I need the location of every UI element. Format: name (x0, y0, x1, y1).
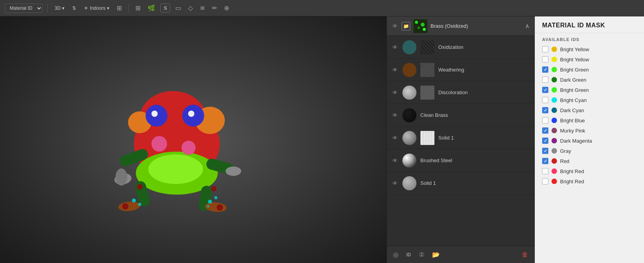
lighting-button[interactable]: ☀ Indoors ▾ (82, 4, 112, 13)
mask-color-dot-12 (551, 168, 557, 174)
mask-item-10[interactable]: Gray (539, 146, 640, 156)
svg-point-22 (208, 200, 212, 204)
mat-item-brushed-steel[interactable]: 👁 Brushed Steel (387, 149, 534, 172)
folder-icon[interactable]: 📁 (402, 22, 410, 30)
mat-item-weathering[interactable]: 👁 Weathering (387, 59, 534, 81)
mask-checkbox-4[interactable] (542, 87, 548, 93)
clean-brass-name: Clean Brass (420, 112, 530, 118)
shader-s-icon[interactable]: S (160, 4, 170, 13)
mask-color-dot-10 (551, 148, 557, 154)
mask-checkbox-1[interactable] (542, 56, 548, 63)
mask-checkbox-6[interactable] (542, 107, 548, 113)
mat-item-clean-brass[interactable]: 👁 Clean Brass (387, 104, 534, 127)
mask-item-9[interactable]: Dark Magenta (539, 136, 640, 146)
mask-checkbox-10[interactable] (542, 148, 548, 154)
rect-icon[interactable]: ▭ (173, 4, 183, 13)
discoloration-swatch (402, 86, 416, 100)
mask-checkbox-9[interactable] (542, 138, 548, 144)
solid1-swatch (402, 131, 416, 145)
mask-item-label-7: Bright Blue (560, 118, 585, 123)
mat-item-discoloration[interactable]: 👁 Discoloration (387, 81, 534, 104)
mask-color-dot-1 (551, 57, 557, 62)
mask-item-2[interactable]: Bright Green (539, 64, 640, 75)
mask-checkbox-0[interactable] (542, 46, 548, 52)
mat-footer-num-btn[interactable]: ② (417, 249, 426, 260)
brushed-steel-eye[interactable]: 👁 (391, 157, 398, 164)
mask-item-4[interactable]: Bright Green (539, 85, 640, 95)
solid2-eye[interactable]: 👁 (391, 180, 398, 186)
orientation-button[interactable]: ⇅ (70, 4, 78, 13)
oxidization-name: Oxidization (438, 44, 530, 50)
svg-point-20 (132, 199, 136, 202)
solid1-eye[interactable]: 👁 (391, 135, 398, 141)
layers-icon[interactable]: ⊕ (222, 4, 231, 13)
leaf-icon[interactable]: 🌿 (146, 4, 157, 13)
mask-color-dot-7 (551, 118, 557, 123)
svg-point-31 (415, 21, 418, 24)
view-3d-button[interactable]: 3D ▾ (52, 4, 67, 13)
mask-item-11[interactable]: Red (539, 156, 640, 166)
mask-item-3[interactable]: Dark Green (539, 75, 640, 85)
svg-point-29 (116, 168, 127, 186)
mat-footer-delete-btn[interactable]: 🗑 (520, 250, 530, 260)
mask-color-dot-2 (551, 67, 557, 72)
mask-subtitle: AVAILABLE IDS (535, 33, 644, 44)
mask-checkbox-11[interactable] (542, 158, 548, 164)
clean-brass-eye[interactable]: 👁 (391, 112, 398, 118)
svg-point-32 (421, 23, 425, 27)
svg-point-8 (226, 166, 241, 176)
svg-point-17 (151, 136, 167, 152)
mask-checkbox-8[interactable] (542, 127, 548, 134)
mat-list: 👁 Oxidization 👁 Weathering 👁 Discolorati… (387, 36, 534, 246)
expand-icon[interactable]: ⊞ (115, 4, 124, 13)
mask-color-dot-13 (551, 179, 557, 184)
svg-point-21 (138, 203, 141, 206)
mat-footer-camera-btn[interactable]: ◎ (391, 249, 400, 260)
mask-checkbox-2[interactable] (542, 66, 548, 73)
mat-header: 👁 📁 Brass (Oxidized) ∧ (387, 16, 534, 36)
brushed-steel-name: Brushed Steel (420, 157, 530, 163)
drop-icon[interactable]: ◇ (186, 4, 195, 13)
wave-icon[interactable]: ≋ (198, 4, 207, 13)
brush-icon[interactable]: ✏ (210, 4, 219, 13)
mask-checkbox-5[interactable] (542, 97, 548, 103)
oxidization-eye[interactable]: 👁 (391, 44, 398, 50)
mask-item-12[interactable]: Bright Red (539, 166, 640, 176)
mask-item-13[interactable]: Bright Red (539, 176, 640, 186)
mat-footer: ◎ ID ② 📂 🗑 (387, 246, 534, 263)
mask-checkbox-13[interactable] (542, 178, 548, 184)
mask-item-label-5: Bright Cyan (560, 97, 587, 103)
svg-point-11 (118, 200, 141, 212)
mask-checkbox-3[interactable] (542, 77, 548, 83)
mask-item-label-3: Dark Green (560, 77, 586, 83)
mask-item-7[interactable]: Bright Blue (539, 115, 640, 125)
mask-checkbox-12[interactable] (542, 168, 548, 174)
mask-item-5[interactable]: Bright Cyan (539, 95, 640, 105)
mat-header-title: Brass (Oxidized) (431, 23, 522, 29)
mat-item-oxidization[interactable]: 👁 Oxidization (387, 36, 534, 59)
mat-footer-folder-btn[interactable]: 📂 (431, 249, 441, 260)
svg-point-23 (214, 196, 217, 199)
mat-item-solid2[interactable]: 👁 Solid 1 (387, 172, 534, 195)
mat-collapse-button[interactable]: ∧ (525, 22, 530, 30)
lighting-label: Indoors (90, 5, 105, 11)
mask-item-8[interactable]: Murky Pink (539, 125, 640, 136)
weathering-eye[interactable]: 👁 (391, 67, 398, 73)
mask-item-label-2: Bright Green (560, 67, 589, 73)
svg-point-16 (188, 111, 194, 117)
solid1-name: Solid 1 (438, 135, 530, 141)
mask-item-6[interactable]: Dark Cyan (539, 105, 640, 115)
mask-color-dot-11 (551, 158, 557, 164)
viewport[interactable] (0, 16, 386, 263)
mask-item-0[interactable]: Bright Yellow (539, 44, 640, 54)
mask-checkbox-7[interactable] (542, 117, 548, 123)
discoloration-eye[interactable]: 👁 (391, 89, 398, 96)
material-panel: 👁 📁 Brass (Oxidized) ∧ (386, 16, 535, 263)
mat-footer-id-btn[interactable]: ID (405, 250, 413, 259)
svg-point-25 (122, 203, 128, 209)
mat-item-solid1[interactable]: 👁 Solid 1 (387, 127, 534, 149)
mask-item-1[interactable]: Bright Yellow (539, 54, 640, 64)
grid-icon[interactable]: ⊞ (133, 4, 142, 13)
header-eye-icon[interactable]: 👁 (391, 23, 398, 29)
material-id-dropdown[interactable]: Material ID (5, 4, 43, 13)
